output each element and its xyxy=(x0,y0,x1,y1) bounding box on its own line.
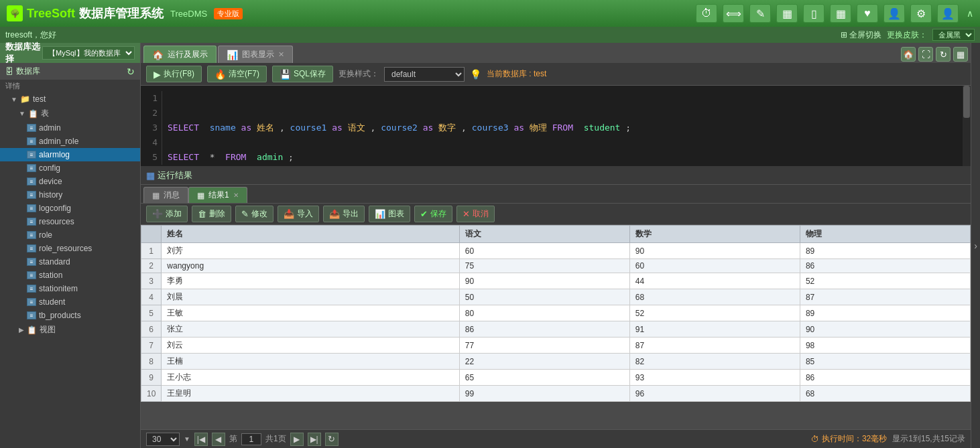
tree-item-student[interactable]: ≡ student xyxy=(0,295,140,309)
tree-item-admin-role[interactable]: ≡ admin_role xyxy=(0,135,140,148)
tab-run-display[interactable]: 🏠 运行及展示 xyxy=(143,46,217,63)
toolbar-user-btn[interactable]: 👤 xyxy=(883,4,905,23)
cell-data[interactable]: 李勇 xyxy=(162,273,459,289)
toolbar-edit-btn[interactable]: ✎ xyxy=(749,4,771,23)
cell-data[interactable]: 98 xyxy=(800,338,970,354)
cell-data[interactable]: 91 xyxy=(629,321,800,338)
sidebar-refresh-btn[interactable]: ↻ xyxy=(127,66,135,77)
table-row[interactable]: 9王小志659386 xyxy=(141,370,971,386)
tab-refresh-btn[interactable]: ↻ xyxy=(936,47,951,62)
prev-page-btn[interactable]: ◀ xyxy=(212,433,225,446)
cell-data[interactable]: 刘晨 xyxy=(162,289,459,305)
right-collapse-btn[interactable]: › xyxy=(971,43,980,448)
cell-data[interactable]: 89 xyxy=(800,305,970,321)
tree-item-alarmlog[interactable]: ≡ alarmlog xyxy=(0,148,140,161)
cell-data[interactable]: 90 xyxy=(800,321,970,338)
tree-item-role-resources[interactable]: ≡ role_resources xyxy=(0,242,140,255)
page-input[interactable] xyxy=(241,433,261,445)
cell-data[interactable]: 50 xyxy=(459,289,629,305)
cell-data[interactable]: 93 xyxy=(629,370,800,386)
toolbar-settings-btn[interactable]: ⚙ xyxy=(910,4,932,23)
cancel-btn[interactable]: ✕ 取消 xyxy=(456,206,495,222)
tab-chart-close[interactable]: ✕ xyxy=(278,50,284,59)
cell-data[interactable]: 22 xyxy=(459,354,629,370)
cell-data[interactable]: 60 xyxy=(629,259,800,273)
table-row[interactable]: 1刘芳609089 xyxy=(141,243,971,259)
tree-item-history[interactable]: ≡ history xyxy=(0,188,140,202)
cell-data[interactable]: 86 xyxy=(459,321,629,338)
cell-data[interactable]: 张立 xyxy=(162,321,459,338)
cell-data[interactable]: 86 xyxy=(800,370,970,386)
table-row[interactable]: 3李勇904452 xyxy=(141,273,971,289)
tree-item-views[interactable]: ▶ 📋 视图 xyxy=(0,322,140,338)
sql-editor-content[interactable]: SELECT sname as 姓名 , course1 as 语文 , cou… xyxy=(141,86,971,166)
tree-item-role[interactable]: ≡ role xyxy=(0,228,140,242)
cell-data[interactable]: 王小志 xyxy=(162,370,459,386)
toolbar-grid-btn[interactable]: ▦ xyxy=(830,4,851,23)
modify-btn[interactable]: ✎ 修改 xyxy=(235,206,273,222)
cell-data[interactable]: 96 xyxy=(629,386,800,402)
page-size-select[interactable]: 30 50 100 xyxy=(146,433,180,446)
tab-home-btn[interactable]: 🏠 xyxy=(901,47,916,62)
data-table-scroll[interactable]: 姓名 语文 数学 物理 1刘芳6090892wangyong7560863李勇9… xyxy=(141,225,971,429)
result-tab-result1-close[interactable]: ✕ xyxy=(233,192,239,199)
table-row[interactable]: 10王皇明999668 xyxy=(141,386,971,402)
sql-editor[interactable]: 1 2 3 4 5 SELECT sname as 姓名 , course1 a… xyxy=(141,86,971,166)
tree-item-device[interactable]: ≡ device xyxy=(0,175,140,188)
tree-item-config[interactable]: ≡ config xyxy=(0,161,140,175)
tree-item-station[interactable]: ≡ station xyxy=(0,269,140,282)
pagination-refresh-btn[interactable]: ↻ xyxy=(325,433,339,446)
toolbar-table-btn[interactable]: ▯ xyxy=(803,4,824,23)
result-tab-message[interactable]: ▦ 消息 xyxy=(143,187,188,203)
last-page-btn[interactable]: ▶| xyxy=(308,433,321,446)
tree-item-stationitem[interactable]: ≡ stationitem xyxy=(0,282,140,295)
next-page-btn[interactable]: ▶ xyxy=(290,433,304,446)
table-row[interactable]: 8王楠228285 xyxy=(141,354,971,370)
add-btn[interactable]: ➕ 添加 xyxy=(146,206,188,222)
cell-data[interactable]: 87 xyxy=(629,338,800,354)
tree-item-test[interactable]: ▼ 📁 test xyxy=(0,92,140,106)
tree-item-resources[interactable]: ≡ resources xyxy=(0,215,140,228)
table-row[interactable]: 2wangyong756086 xyxy=(141,259,971,273)
tree-item-standard[interactable]: ≡ standard xyxy=(0,255,140,269)
cell-data[interactable]: 85 xyxy=(800,354,970,370)
cell-data[interactable]: 52 xyxy=(629,305,800,321)
cell-data[interactable]: 68 xyxy=(800,386,970,402)
cell-data[interactable]: 刘云 xyxy=(162,338,459,354)
cell-data[interactable]: wangyong xyxy=(162,259,459,273)
cell-data[interactable]: 65 xyxy=(459,370,629,386)
cell-data[interactable]: 87 xyxy=(800,289,970,305)
fullscreen-btn[interactable]: ⊞ 全屏切换 xyxy=(841,29,881,41)
cell-data[interactable]: 99 xyxy=(459,386,629,402)
result-tab-result1[interactable]: ▦ 结果1 ✕ xyxy=(188,187,247,203)
cell-data[interactable]: 90 xyxy=(629,243,800,259)
delete-btn[interactable]: 🗑 删除 xyxy=(192,206,231,222)
cell-data[interactable]: 68 xyxy=(629,289,800,305)
table-row[interactable]: 4刘晨506887 xyxy=(141,289,971,305)
cell-data[interactable]: 77 xyxy=(459,338,629,354)
tree-item-tables[interactable]: ▼ 📋 表 xyxy=(0,106,140,121)
clear-btn[interactable]: 🔥 清空(F7) xyxy=(207,66,267,82)
editor-scrollbar[interactable] xyxy=(963,86,971,166)
style-select[interactable]: default eclipse monokai xyxy=(384,67,465,82)
table-row[interactable]: 6张立869190 xyxy=(141,321,971,338)
cell-data[interactable]: 80 xyxy=(459,305,629,321)
cell-data[interactable]: 王敏 xyxy=(162,305,459,321)
cell-data[interactable]: 王皇明 xyxy=(162,386,459,402)
table-row[interactable]: 7刘云778798 xyxy=(141,338,971,354)
cell-data[interactable]: 89 xyxy=(800,243,970,259)
toolbar-connect-btn[interactable]: ⟺ xyxy=(723,4,744,23)
tab-chart-display[interactable]: 📊 图表显示 ✕ xyxy=(218,46,293,63)
cell-data[interactable]: 52 xyxy=(800,273,970,289)
cell-data[interactable]: 82 xyxy=(629,354,800,370)
tab-more-btn[interactable]: ▦ xyxy=(953,47,968,62)
db-select[interactable]: 【MySql】我的数据库 xyxy=(42,46,135,60)
tree-item-logconfig[interactable]: ≡ logconfig xyxy=(0,202,140,215)
cell-data[interactable]: 75 xyxy=(459,259,629,273)
sql-save-btn[interactable]: 💾 SQL保存 xyxy=(272,66,333,82)
chart-btn[interactable]: 📊 图表 xyxy=(369,206,410,222)
export-btn[interactable]: 📤 导出 xyxy=(323,206,365,222)
toolbar-db-btn[interactable]: ▦ xyxy=(776,4,798,23)
cell-data[interactable]: 60 xyxy=(459,243,629,259)
cell-data[interactable]: 王楠 xyxy=(162,354,459,370)
